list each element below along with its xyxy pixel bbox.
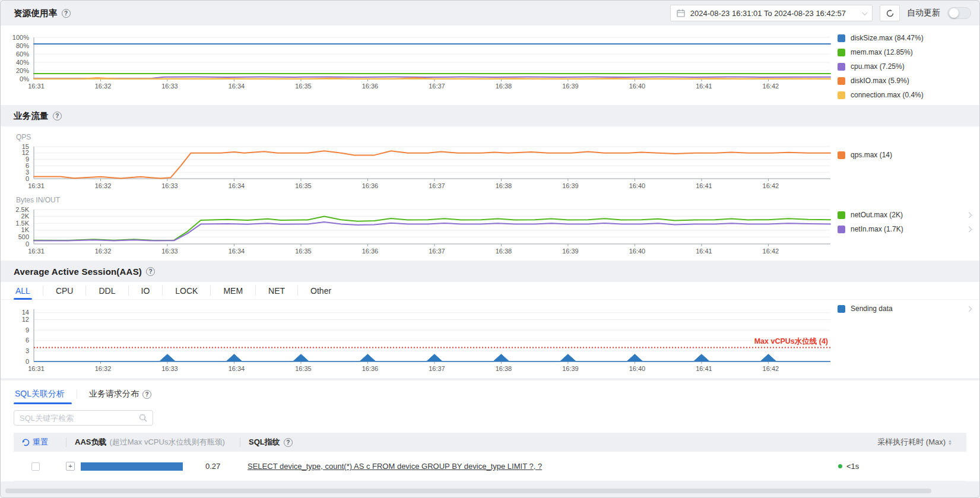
svg-text:16:37: 16:37 [429,248,445,255]
bytes-chart[interactable]: Bytes IN/OUT05001K1.5K2K2.5K16:3116:3216… [1,192,838,261]
svg-text:QPS: QPS [16,133,31,141]
legend-swatch [838,49,845,56]
help-icon[interactable] [146,267,155,276]
aas-tab-lock[interactable]: LOCK [163,286,211,296]
svg-text:3: 3 [26,347,29,354]
chevron-down-icon [862,9,868,15]
svg-text:16:42: 16:42 [763,83,779,90]
resource-usage-header: 资源使用率 2024-08-23 16:31:01 To 2024-08-23 … [1,1,979,26]
reset-button[interactable]: 重置 [14,437,66,448]
tab-sql-analysis[interactable]: SQL关联分析 [14,384,77,404]
svg-text:16:31: 16:31 [28,182,45,189]
tab-request-distribution[interactable]: 业务请求分布 [77,384,163,404]
legend-label: mem.max (12.85%) [851,48,913,56]
legend-label: diskSize.max (84.47%) [851,34,924,42]
traffic-title: 业务流量 [14,110,49,122]
qps-chart[interactable]: QPS0369121516:3116:3216:3316:3416:3516:3… [1,129,838,192]
help-icon[interactable] [142,390,151,399]
svg-text:14: 14 [22,309,29,316]
legend-swatch [838,151,845,159]
svg-text:Max vCPUs水位线 (4): Max vCPUs水位线 (4) [754,337,828,345]
legend-label: netIn.max (1.7K) [851,225,903,233]
legend-swatch [838,63,845,71]
aas-tab-net[interactable]: NET [256,286,298,296]
aas-tab-ddl[interactable]: DDL [86,286,128,296]
legend-swatch [838,34,845,42]
aas-tab-cpu[interactable]: CPU [43,286,87,296]
legend-item[interactable]: mem.max (12.85%) [838,48,979,56]
aas-tab-other[interactable]: Other [298,286,344,296]
legend-item[interactable]: cpu.max (7.25%) [838,62,979,71]
refresh-button[interactable] [880,5,900,21]
legend-label: netOut.max (2K) [851,211,903,219]
sort-icon[interactable]: ▲▼ [948,439,952,445]
svg-text:16:40: 16:40 [629,248,646,255]
legend-item[interactable]: diskIO.max (5.9%) [838,77,979,85]
chevron-right-icon[interactable] [966,212,972,218]
svg-text:16:38: 16:38 [496,83,512,90]
svg-text:16:42: 16:42 [763,248,779,255]
traffic-card: QPS0369121516:3116:3216:3316:3416:3516:3… [1,126,979,261]
svg-text:16:35: 16:35 [295,83,312,90]
aas-tab-io[interactable]: IO [129,286,163,296]
svg-text:16:32: 16:32 [95,365,112,372]
svg-text:6: 6 [26,162,29,169]
svg-text:16:31: 16:31 [28,83,45,90]
aas-header: Average Active Session(AAS) [1,261,979,282]
svg-text:15: 15 [22,143,29,150]
svg-text:16:41: 16:41 [696,365,712,372]
svg-text:0: 0 [26,240,29,248]
row-expander[interactable]: + [66,462,75,471]
svg-text:16:40: 16:40 [629,365,646,372]
row-checkbox[interactable] [31,462,40,471]
svg-text:16:42: 16:42 [763,182,779,189]
sql-analysis-card: SQL关联分析 业务请求分布 重置 AAS负载(超过Max vCPUs水位线则有… [1,380,979,481]
chevron-right-icon[interactable] [966,226,972,232]
legend-item[interactable]: diskSize.max (84.47%) [838,34,979,42]
aas-chart[interactable]: 0369121416:3116:3216:3316:3416:3516:3616… [1,300,838,378]
legend-item[interactable]: connection.max (0.4%) [838,91,979,99]
aas-tab-all[interactable]: ALL [3,286,43,296]
svg-text:16:34: 16:34 [229,365,245,372]
svg-text:16:39: 16:39 [562,365,579,372]
svg-text:0: 0 [26,175,29,182]
svg-text:16:36: 16:36 [362,83,379,90]
svg-text:9: 9 [26,156,29,163]
help-icon[interactable] [62,9,71,18]
legend-swatch [838,91,845,99]
svg-text:12: 12 [22,149,29,156]
legend-item[interactable]: netIn.max (1.7K) [838,225,979,233]
legend-item[interactable]: netOut.max (2K) [838,211,979,219]
svg-text:80%: 80% [16,42,29,49]
sql-fingerprint-link[interactable]: SELECT device_type, count(*) AS c FROM d… [248,462,542,471]
svg-text:16:39: 16:39 [562,248,579,255]
column-aas-load: AAS负载(超过Max vCPUs水位线则有瓶颈) [66,437,240,448]
search-icon[interactable] [139,414,147,422]
refresh-icon [886,9,895,18]
aas-load-bar [81,462,199,471]
svg-text:16:41: 16:41 [696,83,712,90]
svg-text:16:36: 16:36 [362,248,379,255]
horizontal-scrollbar[interactable] [5,489,931,493]
svg-text:16:38: 16:38 [496,248,512,255]
auto-update-toggle[interactable] [947,7,971,19]
svg-text:16:41: 16:41 [696,248,712,255]
svg-text:500: 500 [18,233,29,240]
date-range-picker[interactable]: 2024-08-23 16:31:01 To 2024-08-23 16:42:… [670,5,873,21]
svg-text:16:42: 16:42 [763,365,779,372]
help-icon[interactable] [284,438,293,447]
legend-item[interactable]: qps.max (14) [838,151,979,159]
sql-search-input[interactable] [20,414,135,423]
svg-text:20%: 20% [16,67,29,74]
help-icon[interactable] [53,112,62,120]
legend-item[interactable]: Sending data [838,304,979,313]
svg-text:16:37: 16:37 [429,182,445,189]
sql-search-box [14,410,153,426]
svg-text:1K: 1K [21,226,30,233]
svg-text:16:38: 16:38 [496,365,512,372]
legend-label: qps.max (14) [851,151,892,159]
svg-text:16:33: 16:33 [161,83,178,90]
resource-usage-chart[interactable]: 0%20%40%60%80%100%16:3116:3216:3316:3416… [1,26,838,98]
chevron-right-icon[interactable] [966,306,972,312]
aas-tab-mem[interactable]: MEM [211,286,256,296]
